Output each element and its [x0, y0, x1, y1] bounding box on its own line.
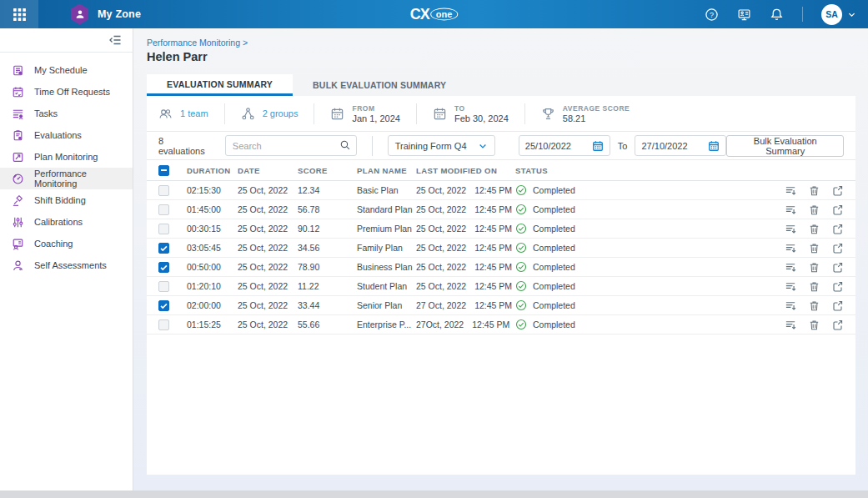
open-external-icon[interactable]	[831, 204, 844, 216]
search-input[interactable]	[225, 135, 357, 156]
sidebar-item-coaching[interactable]: Coaching	[0, 233, 133, 254]
add-to-list-icon[interactable]	[785, 242, 797, 254]
table-row[interactable]: 01:45:00 25 Oct, 2022 56.78 Standard Pla…	[147, 200, 855, 219]
cell-plan-name: Basic Plan	[357, 185, 416, 195]
team-summary[interactable]: 1 team	[158, 107, 208, 121]
groups-summary[interactable]: 2 groups	[241, 107, 299, 121]
evaluation-summary-panel: 1 team 2 groups FROMJan 1, 2024	[147, 96, 855, 475]
open-external-icon[interactable]	[831, 280, 844, 293]
check-icon	[159, 244, 168, 253]
open-external-icon[interactable]	[831, 319, 844, 331]
form-select[interactable]: Training Form Q4	[388, 135, 495, 156]
row-checkbox[interactable]	[158, 319, 169, 330]
open-external-icon[interactable]	[831, 184, 844, 197]
tab-evaluation-summary[interactable]: EVALUATION SUMMARY	[147, 74, 293, 96]
sidebar-item-shift-bidding[interactable]: Shift Bidding	[0, 189, 133, 211]
add-to-list-icon[interactable]	[785, 184, 797, 197]
table-row[interactable]: 00:30:15 25 Oct, 2022 90.12 Premium Plan…	[147, 219, 855, 239]
date-to-input[interactable]: 27/10/2022	[635, 135, 726, 156]
training-screen-icon[interactable]	[737, 8, 751, 22]
sidebar: My Schedule Time Off Requests Tasks Eval…	[0, 28, 133, 490]
add-to-list-icon[interactable]	[785, 223, 797, 235]
cell-plan-name: Enterprise P...	[357, 319, 416, 329]
row-checkbox[interactable]	[158, 204, 169, 215]
row-checkbox[interactable]	[158, 185, 169, 196]
status-badge: Completed	[515, 299, 772, 311]
row-actions	[772, 223, 844, 235]
status-badge: Completed	[515, 184, 772, 196]
open-external-icon[interactable]	[831, 223, 844, 235]
row-checkbox[interactable]	[158, 262, 169, 273]
cell-last-modified: 25 Oct, 202212:45 PM	[416, 243, 515, 253]
add-to-list-icon[interactable]	[785, 261, 797, 274]
table-row[interactable]: 00:50:00 25 Oct, 2022 78.90 Business Pla…	[147, 258, 855, 277]
calendar-icon[interactable]	[592, 140, 604, 152]
notifications-bell-icon[interactable]	[770, 8, 784, 22]
help-icon[interactable]	[705, 8, 719, 22]
delete-trash-icon[interactable]	[808, 242, 820, 254]
delete-trash-icon[interactable]	[808, 184, 820, 197]
open-external-icon[interactable]	[831, 299, 844, 312]
row-actions	[772, 319, 844, 331]
check-circle-icon	[515, 299, 527, 311]
avatar[interactable]: SA	[821, 4, 842, 25]
sidebar-item-evaluations[interactable]: Evaluations	[0, 124, 133, 146]
row-checkbox[interactable]	[158, 243, 169, 254]
check-circle-icon	[515, 261, 527, 273]
page-title: Helen Parr	[147, 50, 855, 63]
team-link[interactable]: 1 team	[180, 108, 208, 118]
sidebar-item-self-assessments[interactable]: Self Assessments	[0, 254, 133, 276]
cell-duration: 01:15:25	[187, 319, 238, 329]
table-row[interactable]: 03:05:45 25 Oct, 2022 34.56 Family Plan …	[147, 239, 855, 258]
tab-bulk-evaluation-summary[interactable]: BULK EVALUATION SUMMARY	[293, 74, 466, 96]
status-badge: Completed	[515, 319, 772, 330]
delete-trash-icon[interactable]	[808, 223, 820, 235]
open-external-icon[interactable]	[831, 242, 844, 254]
calendar-icon[interactable]	[708, 140, 720, 152]
groups-network-icon	[241, 107, 255, 121]
row-checkbox[interactable]	[158, 224, 169, 234]
row-checkbox[interactable]	[158, 300, 169, 311]
check-circle-icon	[515, 223, 527, 234]
table-row[interactable]: 01:20:10 25 Oct, 2022 11.22 Student Plan…	[147, 277, 855, 296]
average-score-summary: AVERAGE SCORE58.21	[541, 104, 630, 123]
table-row[interactable]: 01:15:25 25 Oct, 2022 55.66 Enterprise P…	[147, 315, 855, 335]
sidebar-item-plan-monitoring[interactable]: Plan Monitoring	[0, 146, 133, 168]
groups-link[interactable]: 2 groups	[263, 108, 299, 118]
app-launcher-button[interactable]	[0, 0, 38, 28]
collapse-menu-icon[interactable]	[108, 33, 122, 47]
delete-trash-icon[interactable]	[808, 204, 820, 216]
delete-trash-icon[interactable]	[808, 261, 820, 274]
date-from-input[interactable]: 25/10/2022	[519, 135, 610, 156]
open-external-icon[interactable]	[831, 261, 844, 274]
bulk-evaluation-summary-button[interactable]: Bulk Evaluation Summary	[726, 135, 844, 157]
breadcrumb[interactable]: Performance Monitoring >	[147, 38, 855, 48]
table-row[interactable]: 02:00:00 25 Oct, 2022 33.44 Senior Plan …	[147, 296, 855, 315]
cell-last-modified: 27 Oct, 202212:45 PM	[416, 300, 515, 310]
sidebar-item-my-schedule[interactable]: My Schedule	[0, 59, 133, 81]
add-to-list-icon[interactable]	[785, 299, 797, 312]
cell-plan-name: Student Plan	[357, 281, 416, 291]
sidebar-item-calibrations[interactable]: Calibrations	[0, 211, 133, 233]
sidebar-item-time-off-requests[interactable]: Time Off Requests	[0, 81, 133, 103]
row-actions	[772, 204, 844, 216]
add-to-list-icon[interactable]	[785, 280, 797, 293]
status-badge: Completed	[515, 204, 772, 215]
delete-trash-icon[interactable]	[808, 299, 820, 312]
delete-trash-icon[interactable]	[808, 319, 820, 331]
cell-score: 12.34	[298, 185, 357, 195]
table-row[interactable]: 02:15:30 25 Oct, 2022 12.34 Basic Plan 2…	[147, 181, 855, 200]
search-icon[interactable]	[339, 139, 351, 151]
sidebar-item-performance-monitoring[interactable]: Performance Monitoring	[0, 168, 133, 189]
user-menu-button[interactable]: SA	[821, 4, 856, 25]
add-to-list-icon[interactable]	[785, 204, 797, 216]
select-all-checkbox[interactable]	[158, 165, 169, 176]
add-to-list-icon[interactable]	[785, 319, 797, 331]
sidebar-item-tasks[interactable]: Tasks	[0, 103, 133, 124]
check-circle-icon	[515, 242, 527, 254]
delete-trash-icon[interactable]	[808, 280, 820, 293]
row-checkbox[interactable]	[158, 281, 169, 292]
cell-date: 25 Oct, 2022	[238, 185, 298, 195]
evaluations-icon	[12, 129, 24, 142]
date-range: 25/10/2022 To 27/10/2022	[519, 135, 727, 156]
